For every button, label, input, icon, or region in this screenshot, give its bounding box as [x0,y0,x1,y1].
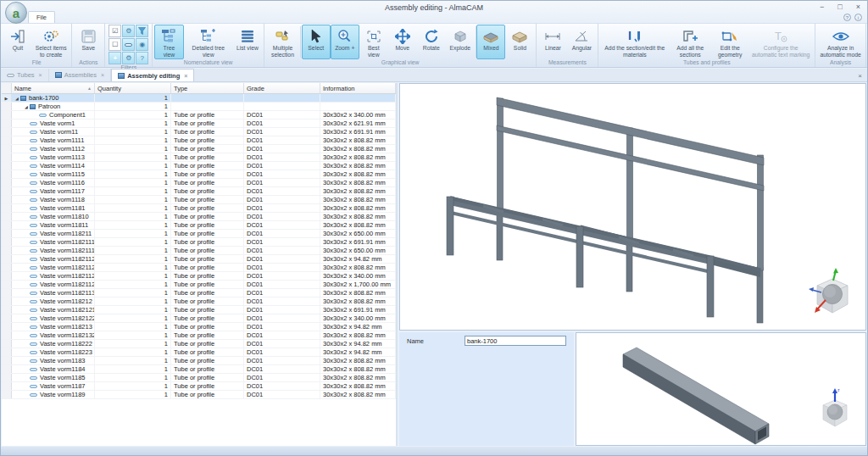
filter-checked-icon[interactable]: ☑ [108,25,121,37]
row-type-cell: Tube or profile [171,187,244,195]
row-info-cell: 30x30x2 x 808.82 mm [320,213,396,220]
table-row[interactable]: Vaste vorm11821131Tube or profileDC0130x… [2,289,396,298]
add-all-sections-button[interactable]: Add all the sections [669,25,711,59]
help-icon[interactable]: ? [843,14,851,21]
explode-button[interactable]: Explode [446,25,475,59]
table-row[interactable]: Vaste vorm11891Tube or profileDC0130x30x… [2,391,396,399]
tube-node-icon [30,207,37,210]
table-row[interactable]: Vaste vorm118211111Tube or profileDC0130… [2,247,396,255]
table-row[interactable]: Vaste vorm118211221Tube or profileDC0130… [2,264,396,272]
tab-close-icon[interactable]: × [101,72,104,78]
info-icon[interactable]: i [854,14,862,21]
zoom-plus-button[interactable]: Zoom + [331,25,359,59]
tab-close-icon[interactable]: × [39,72,42,78]
table-row[interactable]: Vaste vorm111Tube or profileDC0130x30x2 … [2,128,396,136]
filter-funnel-icon[interactable] [136,25,148,37]
row-qty-cell: 1 [95,187,171,195]
filter-target-icon[interactable]: ◉ [136,38,148,51]
table-row[interactable]: Vaste vorm11841Tube or profileDC0130x30x… [2,365,396,374]
filter-gear-icon[interactable]: ⚙ [122,25,135,37]
filter-tube-icon[interactable] [122,38,135,51]
table-row[interactable]: Vaste vorm11831Tube or profileDC0130x30x… [2,357,396,365]
table-row[interactable]: Vaste vorm11821321Tube or profileDC0130x… [2,331,396,340]
angular-button[interactable]: Angular [567,25,596,59]
table-row[interactable]: Vaste vorm11811Tube or profileDC0130x30x… [2,204,396,213]
table-row[interactable]: Vaste vorm11821121Tube or profileDC0130x… [2,255,396,264]
row-name-label: Vaste vorm1185 [40,374,86,381]
table-row[interactable]: Vaste vorm1182231Tube or profileDC0130x3… [2,348,396,357]
column-header-name[interactable]: Name ▲ [12,83,95,93]
select-items-to-create-button[interactable]: Select items to create [32,25,70,59]
table-row[interactable]: Vaste vorm11821221Tube or profileDC0130x… [2,314,396,323]
maximize-button[interactable]: □ [837,3,842,11]
save-button[interactable]: Save [74,25,103,59]
tube-node-icon [30,275,37,278]
list-view-button[interactable]: List view [233,25,262,59]
table-row[interactable]: Vaste vorm118211231Tube or profileDC0130… [2,272,396,281]
add-section-button[interactable]: I Add the section/edit the materials [600,25,669,59]
tree-view-button[interactable]: Tree view [154,25,183,59]
table-row[interactable]: Vaste vorm11821211Tube or profileDC0130x… [2,306,396,314]
assembly-name-input[interactable] [465,336,566,346]
table-row[interactable]: Vaste vorm11161Tube or profileDC0130x30x… [2,179,396,187]
tab-assemblies[interactable]: Assemblies × [49,69,111,81]
table-row[interactable]: Vaste vorm118211241Tube or profileDC0130… [2,281,396,289]
column-header-quantity[interactable]: Quantity [95,83,171,93]
configure-marking-button[interactable]: T Configure the automatic text marking [748,25,813,59]
table-row[interactable]: Vaste vorm1182111Tube or profileDC0130x3… [2,230,396,238]
table-row[interactable]: Vaste vorm11851Tube or profileDC0130x30x… [2,374,396,382]
move-button[interactable]: Move [388,25,417,59]
filter-gear2-icon[interactable]: ⚙ [122,52,135,64]
filter-plus-icon[interactable]: + [108,52,121,64]
table-row[interactable]: Vaste vorm11Tube or profileDC0130x30x2 x… [2,120,396,128]
tree-expander-icon[interactable]: ◢ [14,96,20,101]
detailed-tree-view-button[interactable]: Detailed tree view [184,25,233,59]
mixed-button[interactable]: Mixed [476,25,505,59]
edit-geometry-button[interactable]: Edit the geometry [711,25,748,59]
table-row[interactable]: Vaste vorm11171Tube or profileDC0130x30x… [2,187,396,196]
solid-button[interactable]: Solid [505,25,534,59]
table-row[interactable]: ◢Patroon1 [2,103,396,111]
table-row[interactable]: Vaste vorm118101Tube or profileDC0130x30… [2,213,396,221]
column-header-grade[interactable]: Grade [244,83,320,93]
column-header-information[interactable]: Information [320,83,396,93]
rotate-button[interactable]: Rotate [417,25,446,59]
table-row[interactable]: Vaste vorm11871Tube or profileDC0130x30x… [2,382,396,391]
filter-unchecked-icon[interactable]: ☐ [108,38,121,51]
assembly-3d-viewport[interactable] [399,83,866,331]
table-row[interactable]: Vaste vorm1182131Tube or profileDC0130x3… [2,323,396,331]
tab-tubes[interactable]: Tubes × [1,69,49,81]
minimize-button[interactable]: − [820,3,824,11]
tree-expander-icon[interactable]: ◢ [23,104,30,109]
table-row[interactable]: ▶◢bank-17001 [2,94,396,103]
tab-close-icon[interactable]: × [184,73,187,79]
table-row[interactable]: Vaste vorm11151Tube or profileDC0130x30x… [2,170,396,179]
row-type-cell: Tube or profile [171,391,244,398]
table-row[interactable]: Vaste vorm11131Tube or profileDC0130x30x… [2,153,396,162]
best-view-button[interactable]: Best view [359,25,388,59]
component-3d-viewport[interactable]: z [576,332,866,446]
close-button[interactable]: × [856,3,860,11]
column-header-type[interactable]: Type [171,83,244,93]
analyze-button[interactable]: Analyze in automatic mode [817,25,864,59]
table-row[interactable]: Vaste vorm11181Tube or profileDC0130x30x… [2,196,396,204]
row-type-cell: Tube or profile [171,306,244,314]
linear-button[interactable]: Linear [538,25,567,59]
row-name-label: Vaste vorm1117 [40,187,85,195]
quit-button[interactable]: Quit [3,25,32,59]
table-row[interactable]: Vaste vorm118111Tube or profileDC0130x30… [2,221,396,230]
tab-assembly-editing[interactable]: Assembly editing × [111,69,194,81]
table-row[interactable]: Vaste vorm11111Tube or profileDC0130x30x… [2,136,396,145]
table-row[interactable]: Vaste vorm11121Tube or profileDC0130x30x… [2,145,396,153]
table-row[interactable]: Component11Tube or profileDC0130x30x2 x … [2,111,396,120]
panel-close-icon[interactable]: × [853,72,867,81]
file-menu-tab[interactable]: File [28,11,55,23]
multiple-selection-button[interactable]: Multiple selection [266,25,299,59]
table-row[interactable]: Vaste vorm11141Tube or profileDC0130x30x… [2,162,396,170]
table-row[interactable]: Vaste vorm1182221Tube or profileDC0130x3… [2,340,396,348]
filter-question-icon[interactable]: ? [136,52,148,64]
table-row[interactable]: Vaste vorm1182121Tube or profileDC0130x3… [2,298,396,306]
row-type-cell [171,94,244,102]
table-row[interactable]: Vaste vorm11821111Tube or profileDC0130x… [2,238,396,247]
select-button[interactable]: Select [302,25,331,59]
